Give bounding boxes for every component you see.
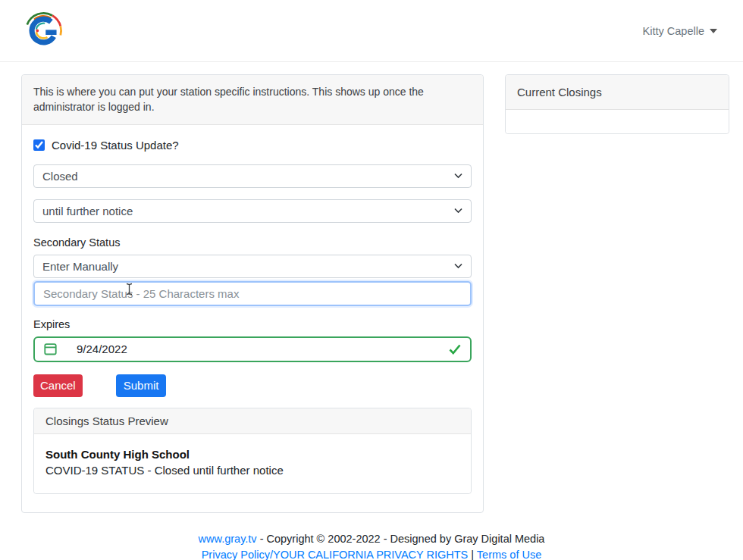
closings-status-preview-header: Closings Status Preview <box>34 408 471 434</box>
preview-entry-title: South County High School <box>45 446 459 462</box>
privacy-policy-link[interactable]: Privacy Policy/YOUR CALIFORNIA PRIVACY R… <box>202 549 469 560</box>
closings-status-preview-card: Closings Status Preview South County Hig… <box>33 408 472 494</box>
closings-status-preview-body: South County High School COVID-19 STATUS… <box>34 434 471 493</box>
covid-status-checkbox-label: Covid-19 Status Update? <box>52 139 179 152</box>
duration-select[interactable]: until further notice <box>33 199 472 223</box>
terms-of-use-link[interactable]: Terms of Use <box>477 549 541 560</box>
expires-date-value: 9/24/2022 <box>77 343 449 355</box>
page-footer: www.gray.tv - Copyright © 2002-2022 - De… <box>0 531 743 560</box>
preview-entry-status: COVID-19 STATUS - Closed until further n… <box>45 462 459 478</box>
secondary-mode-select[interactable]: Enter Manually <box>33 255 472 278</box>
status-select[interactable]: Closed <box>33 164 472 188</box>
submit-button[interactable]: Submit <box>116 374 167 397</box>
valid-check-icon <box>449 344 461 355</box>
covid-status-checkbox-row[interactable]: Covid-19 Status Update? <box>33 139 472 152</box>
secondary-mode-select-wrap: Enter Manually <box>33 255 472 278</box>
secondary-status-input-wrap <box>33 281 472 306</box>
current-closings-card: Current Closings <box>505 74 729 134</box>
caret-down-icon <box>710 29 717 33</box>
secondary-status-label: Secondary Status <box>33 236 472 249</box>
top-navbar: Kitty Capelle <box>0 0 743 62</box>
secondary-status-input[interactable] <box>33 281 472 306</box>
duration-select-wrap: until further notice <box>33 199 472 223</box>
expires-date-input[interactable]: 9/24/2022 <box>33 336 472 362</box>
user-menu[interactable]: Kitty Capelle <box>643 25 722 37</box>
copyright-text: - Copyright © 2002-2022 - Designed by Gr… <box>260 533 545 545</box>
form-buttons: Cancel Submit <box>33 374 472 397</box>
cancel-button[interactable]: Cancel <box>33 374 83 397</box>
gray-tv-logo[interactable] <box>23 10 64 52</box>
station-instructions: This is where you can put your station s… <box>22 75 483 125</box>
expires-label: Expires <box>33 318 472 330</box>
calendar-icon[interactable] <box>44 343 57 355</box>
footer-copyright-line: www.gray.tv - Copyright © 2002-2022 - De… <box>0 531 743 547</box>
gray-tv-link[interactable]: www.gray.tv <box>199 533 257 545</box>
user-name: Kitty Capelle <box>643 25 704 37</box>
current-closings-empty-body <box>506 110 729 133</box>
current-closings-header: Current Closings <box>506 75 729 110</box>
footer-legal-line: Privacy Policy/YOUR CALIFORNIA PRIVACY R… <box>0 547 743 560</box>
main-content: This is where you can put your station s… <box>0 62 743 513</box>
covid-status-checkbox[interactable] <box>33 139 45 151</box>
footer-separator: | <box>471 549 474 560</box>
station-form-card: This is where you can put your station s… <box>21 74 484 513</box>
status-select-wrap: Closed <box>33 164 472 188</box>
